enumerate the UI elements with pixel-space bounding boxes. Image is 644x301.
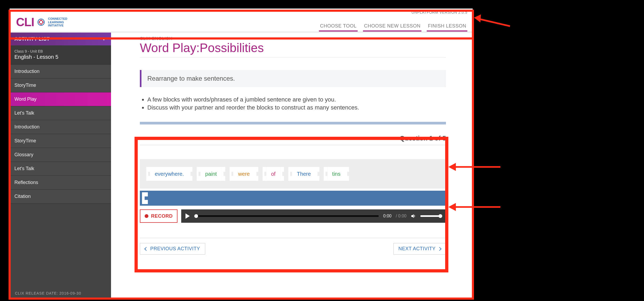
current-time: 0:00 xyxy=(383,214,392,218)
lesson-meta: Class 9 - Unit EB English - Lesson 5 xyxy=(10,45,111,65)
question-counter: Question 1 of 5 xyxy=(140,129,446,145)
audio-row: RECORD 0:00 / 0:00 xyxy=(140,209,446,223)
volume-slider[interactable] xyxy=(420,215,442,217)
sidebar-item[interactable]: Let's Talk xyxy=(10,106,111,120)
play-icon[interactable] xyxy=(185,213,190,219)
activity-list-label: ACTIVITY LIST xyxy=(14,36,50,42)
sidebar-item[interactable]: Glossary xyxy=(10,148,111,162)
activity-nav: PREVIOUS ACTIVITY NEXT ACTIVITY xyxy=(140,238,446,257)
chevron-down-icon xyxy=(101,37,106,41)
sidebar-item[interactable]: StoryTime xyxy=(10,79,111,92)
lesson-meta-class: Class 9 - Unit EB xyxy=(14,49,106,53)
page-title: Word Play:Possibilities xyxy=(140,41,446,55)
seek-handle[interactable] xyxy=(194,214,198,218)
annotation-arrow-header xyxy=(474,13,511,29)
svg-line-1 xyxy=(478,19,510,26)
sidebar-items: IntroductionStoryTimeWord PlayLet's Talk… xyxy=(10,65,111,204)
word-block[interactable]: everywhere. xyxy=(150,167,189,181)
nav-choose-new-lesson[interactable]: CHOOSE NEW LESSON xyxy=(363,21,422,32)
logo[interactable]: CLI CONNECTED LEARNING INITIATIVE xyxy=(16,15,67,29)
volume-icon[interactable] xyxy=(411,213,416,219)
top-nav: CHOOSE TOOL CHOOSE NEW LESSON FINISH LES… xyxy=(319,21,467,32)
seek-bar[interactable] xyxy=(194,215,379,217)
instruction-callout: Rearrange to make sentences. xyxy=(140,70,446,87)
word-block[interactable]: tins xyxy=(327,167,345,181)
prev-label: PREVIOUS ACTIVITY xyxy=(150,246,200,252)
release-date: CLIX RELEASE DATE: 2016-09-30 xyxy=(10,287,111,300)
instruction-bullets: A few blocks with words/phrases of a jum… xyxy=(140,96,446,112)
nav-choose-tool[interactable]: CHOOSE TOOL xyxy=(319,21,358,32)
embed-top-rule xyxy=(140,122,446,124)
record-button[interactable]: RECORD xyxy=(140,209,177,223)
sidebar-item[interactable]: Introduction xyxy=(10,120,111,134)
chevron-right-icon xyxy=(438,247,441,251)
bullet-item: Discuss with your partner and reorder th… xyxy=(147,104,446,111)
duration: / 0:00 xyxy=(396,214,406,218)
app-header: UNPLATFORM VERSION 2.0.5 CLI CONNECTED L… xyxy=(10,9,473,33)
word-tray[interactable]: everywhere.paintwereofTheretins xyxy=(140,159,446,189)
word-block[interactable]: of xyxy=(266,167,280,181)
knot-icon xyxy=(37,18,45,26)
svg-marker-2 xyxy=(474,14,481,22)
record-label: RECORD xyxy=(151,213,173,219)
logo-text: CLI xyxy=(16,15,34,29)
sidebar-item[interactable]: StoryTime xyxy=(10,134,111,148)
lesson-meta-title: English - Lesson 5 xyxy=(14,54,106,60)
app-window: UNPLATFORM VERSION 2.0.5 CLI CONNECTED L… xyxy=(10,9,473,300)
nav-finish-lesson[interactable]: FINISH LESSON xyxy=(427,21,467,32)
next-activity-button[interactable]: NEXT ACTIVITY xyxy=(393,243,446,255)
word-block[interactable]: There xyxy=(292,167,315,181)
logo-subtitle: CONNECTED LEARNING INITIATIVE xyxy=(48,17,67,27)
body-split: ACTIVITY LIST Class 9 - Unit EB English … xyxy=(10,33,473,300)
next-label: NEXT ACTIVITY xyxy=(398,246,436,252)
activity-list-header[interactable]: ACTIVITY LIST xyxy=(10,33,111,45)
record-icon xyxy=(145,214,148,218)
sidebar-item[interactable]: Reflections xyxy=(10,176,111,190)
main-panel: CLIX ENGLISH Word Play:Possibilities Rea… xyxy=(111,33,473,300)
sidebar: ACTIVITY LIST Class 9 - Unit EB English … xyxy=(10,33,111,300)
sidebar-item[interactable]: Introduction xyxy=(10,65,111,79)
sentence-drop-zone[interactable] xyxy=(140,191,446,206)
sidebar-item[interactable]: Let's Talk xyxy=(10,162,111,176)
audio-player: 0:00 / 0:00 xyxy=(181,209,446,223)
bullet-item: A few blocks with words/phrases of a jum… xyxy=(147,96,446,103)
word-block[interactable]: paint xyxy=(200,167,222,181)
version-label: UNPLATFORM VERSION 2.0.5 xyxy=(412,10,467,14)
chevron-left-icon xyxy=(144,247,148,251)
previous-activity-button[interactable]: PREVIOUS ACTIVITY xyxy=(140,243,205,255)
sidebar-item[interactable]: Citation xyxy=(10,190,111,204)
word-block[interactable]: were xyxy=(233,167,254,181)
sidebar-item[interactable]: Word Play xyxy=(10,92,111,106)
